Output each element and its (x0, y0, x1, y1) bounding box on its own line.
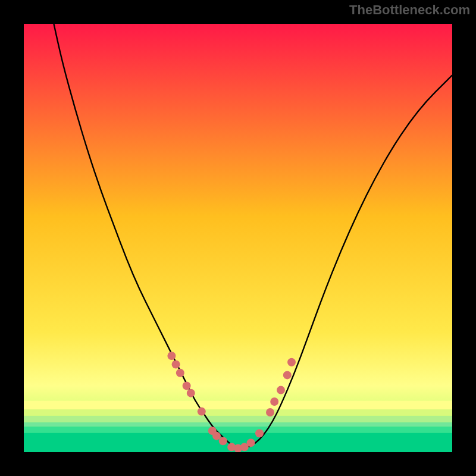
data-dot (172, 360, 180, 368)
data-dot (183, 381, 191, 390)
data-dot (287, 358, 296, 367)
data-dot (283, 371, 292, 379)
data-dot (176, 369, 184, 377)
data-dot (247, 439, 255, 447)
svg-rect-4 (24, 409, 452, 416)
svg-rect-1 (24, 427, 452, 433)
data-dot (187, 389, 195, 397)
data-dot (270, 397, 278, 406)
data-dot (255, 429, 264, 437)
data-dot (198, 408, 206, 416)
watermark-text: TheBottleneck.com (349, 2, 470, 18)
data-dot (266, 408, 274, 416)
data-dot (167, 352, 176, 360)
data-dot (277, 386, 285, 394)
svg-rect-3 (24, 416, 452, 422)
data-dot (219, 437, 227, 445)
gradient-background (24, 24, 452, 452)
bottleneck-chart (24, 24, 452, 452)
svg-rect-2 (24, 422, 452, 427)
svg-rect-5 (24, 401, 452, 409)
